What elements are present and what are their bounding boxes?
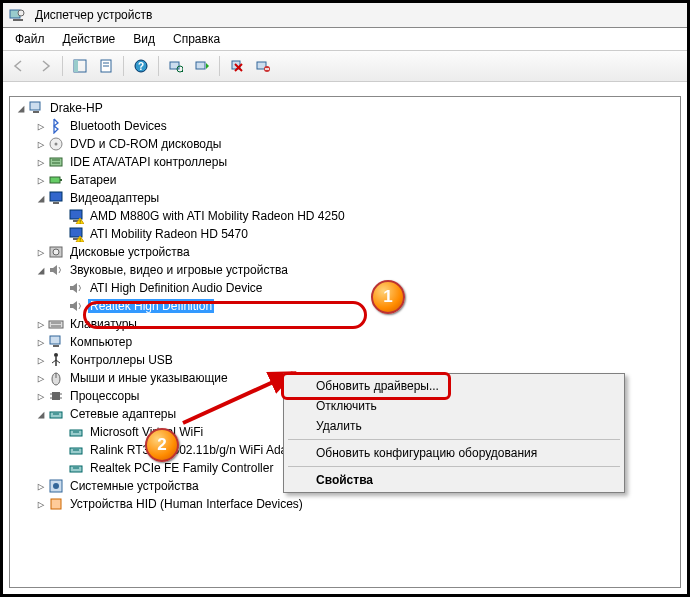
expand-toggle-icon[interactable]: ▷ xyxy=(34,335,48,349)
svg-rect-1 xyxy=(13,19,23,21)
expand-toggle-icon[interactable]: ▷ xyxy=(34,353,48,367)
svg-point-66 xyxy=(53,483,59,489)
svg-text:?: ? xyxy=(138,61,144,72)
svg-rect-63 xyxy=(70,466,82,472)
menu-file[interactable]: Файл xyxy=(7,30,53,48)
tree-node[interactable]: ▷DVD и CD-ROM дисководы xyxy=(12,135,678,153)
svg-point-23 xyxy=(55,143,58,146)
toolbar-sep xyxy=(123,56,124,76)
expand-toggle-icon[interactable]: ▷ xyxy=(34,245,48,259)
tree-node-label: Звуковые, видео и игровые устройства xyxy=(68,263,290,277)
tree-node[interactable]: ATI High Definition Audio Device xyxy=(12,279,678,297)
tree-node[interactable]: ▷Дисковые устройства xyxy=(12,243,678,261)
help-button[interactable]: ? xyxy=(129,54,153,78)
tree-node-label: Контроллеры USB xyxy=(68,353,175,367)
svg-rect-4 xyxy=(74,60,78,72)
properties-button[interactable] xyxy=(94,54,118,78)
svg-rect-45 xyxy=(53,345,59,347)
svg-point-46 xyxy=(54,353,58,357)
svg-rect-41 xyxy=(49,321,63,328)
svg-rect-24 xyxy=(50,158,62,166)
nav-back-button xyxy=(7,54,31,78)
ctx-scan-hardware[interactable]: Обновить конфигурацию оборудования xyxy=(286,443,622,463)
svg-rect-20 xyxy=(30,102,40,110)
tree-node-label: Процессоры xyxy=(68,389,142,403)
expand-toggle-icon[interactable]: ▷ xyxy=(34,371,48,385)
tree-node-label: Устройства HID (Human Interface Devices) xyxy=(68,497,305,511)
menu-action[interactable]: Действие xyxy=(55,30,124,48)
tree-node-label: Компьютер xyxy=(68,335,134,349)
toolbar: ? xyxy=(3,51,687,82)
expand-toggle-icon[interactable]: ▷ xyxy=(34,155,48,169)
tree-node-label: ATI Mobility Radeon HD 5470 xyxy=(88,227,250,241)
tree-node[interactable]: ▷Bluetooth Devices xyxy=(12,117,678,135)
expand-toggle-icon[interactable]: ▷ xyxy=(34,317,48,331)
expand-toggle-icon[interactable]: ▷ xyxy=(34,389,48,403)
tree-node[interactable]: Realtek High Definition xyxy=(12,297,678,315)
ctx-delete[interactable]: Удалить xyxy=(286,416,622,436)
expand-toggle-icon[interactable]: ◢ xyxy=(34,407,48,421)
tree-node-label: Ralink RT3090 802.11b/g/n WiFi Adapter xyxy=(88,443,310,457)
tree-node-label: Клавиатуры xyxy=(68,317,139,331)
tree-node[interactable]: ◢Звуковые, видео и игровые устройства xyxy=(12,261,678,279)
expand-toggle-icon[interactable]: ▷ xyxy=(34,119,48,133)
svg-rect-57 xyxy=(50,412,62,418)
show-pane-button[interactable] xyxy=(68,54,92,78)
context-menu: Обновить драйверы... Отключить Удалить О… xyxy=(283,373,625,493)
tree-node[interactable]: ▷Контроллеры USB xyxy=(12,351,678,369)
tree-node[interactable]: ▷Клавиатуры xyxy=(12,315,678,333)
svg-rect-28 xyxy=(60,179,62,181)
menu-help[interactable]: Справка xyxy=(165,30,228,48)
svg-point-2 xyxy=(18,10,24,16)
expand-toggle-icon[interactable]: ◢ xyxy=(34,191,48,205)
device-manager-window: Диспетчер устройств Файл Действие Вид Сп… xyxy=(0,0,690,597)
ctx-separator xyxy=(288,466,620,467)
expand-toggle-icon[interactable]: ◢ xyxy=(34,263,48,277)
expand-toggle-icon[interactable]: ▷ xyxy=(34,137,48,151)
tree-node[interactable]: ▷Компьютер xyxy=(12,333,678,351)
tree-node-label: Системные устройства xyxy=(68,479,201,493)
window-title: Диспетчер устройств xyxy=(35,8,152,22)
update-driver-button[interactable] xyxy=(190,54,214,78)
expand-toggle-icon[interactable]: ▷ xyxy=(34,479,48,493)
menu-view[interactable]: Вид xyxy=(125,30,163,48)
tree-node-label: Батареи xyxy=(68,173,118,187)
expand-toggle-icon[interactable]: ▷ xyxy=(34,497,48,511)
ctx-update-drivers[interactable]: Обновить драйверы... xyxy=(286,376,622,396)
tree-node[interactable]: ◢Видеоадаптеры xyxy=(12,189,678,207)
toolbar-sep xyxy=(158,56,159,76)
toolbar-sep xyxy=(62,56,63,76)
expand-toggle-icon[interactable]: ◢ xyxy=(14,101,28,115)
tree-node[interactable]: ▷Батареи xyxy=(12,171,678,189)
tree-root[interactable]: ◢Drake-HP xyxy=(12,99,678,117)
svg-rect-27 xyxy=(50,177,60,183)
tree-node[interactable]: !ATI Mobility Radeon HD 5470 xyxy=(12,225,678,243)
svg-rect-67 xyxy=(51,499,61,509)
uninstall-button[interactable] xyxy=(225,54,249,78)
svg-rect-13 xyxy=(196,62,205,69)
scan-hardware-button[interactable] xyxy=(164,54,188,78)
expand-toggle-icon[interactable]: ▷ xyxy=(34,173,48,187)
tree-node[interactable]: ▷Устройства HID (Human Interface Devices… xyxy=(12,495,678,513)
disable-button[interactable] xyxy=(251,54,275,78)
nav-forward-button xyxy=(33,54,57,78)
ctx-properties[interactable]: Свойства xyxy=(286,470,622,490)
toolbar-sep xyxy=(219,56,220,76)
ctx-disable[interactable]: Отключить xyxy=(286,396,622,416)
device-tree[interactable]: ◢Drake-HP▷Bluetooth Devices▷DVD и CD-ROM… xyxy=(12,99,678,585)
svg-rect-44 xyxy=(50,336,60,344)
tree-node-label: Bluetooth Devices xyxy=(68,119,169,133)
device-manager-icon xyxy=(9,7,25,23)
tree-node-label: IDE ATA/ATAPI контроллеры xyxy=(68,155,229,169)
svg-rect-29 xyxy=(50,192,62,201)
tree-node-label: Дисковые устройства xyxy=(68,245,192,259)
tree-node-label: ATI High Definition Audio Device xyxy=(88,281,265,295)
svg-rect-61 xyxy=(70,448,82,454)
tree-node-label: Realtek High Definition xyxy=(88,299,214,313)
svg-rect-21 xyxy=(33,111,39,113)
tree-node-label: Microsoft Virtual WiFi xyxy=(88,425,205,439)
tree-node[interactable]: !AMD M880G with ATI Mobility Radeon HD 4… xyxy=(12,207,678,225)
svg-rect-52 xyxy=(52,392,60,400)
tree-node[interactable]: ▷IDE ATA/ATAPI контроллеры xyxy=(12,153,678,171)
device-tree-pane: ◢Drake-HP▷Bluetooth Devices▷DVD и CD-ROM… xyxy=(9,96,681,588)
